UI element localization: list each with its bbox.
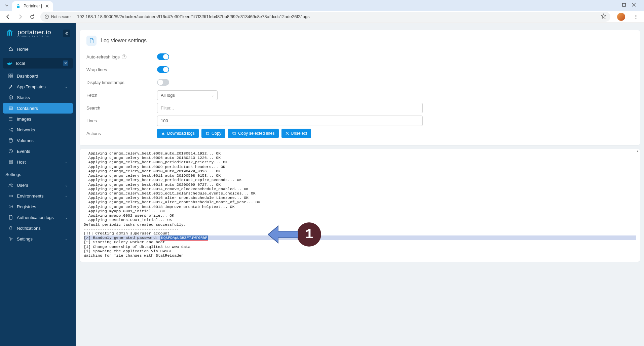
nav-label: Home xyxy=(17,47,29,52)
window-controls: — xyxy=(612,3,643,8)
svg-point-19 xyxy=(12,131,13,132)
log-line[interactable]: Applying sessions.0001_initial... OK xyxy=(84,218,636,222)
browser-tab[interactable]: Portainer | xyxy=(12,1,53,11)
security-label: Not secure xyxy=(51,14,71,19)
hard-drive-icon xyxy=(8,193,13,199)
svg-rect-22 xyxy=(9,160,12,162)
collapse-sidebar-icon[interactable] xyxy=(63,30,70,37)
log-line[interactable]: Applying django_celery_beat.0006_auto_20… xyxy=(84,156,636,160)
env-close-icon[interactable] xyxy=(63,60,68,66)
back-icon[interactable] xyxy=(4,13,12,21)
log-line[interactable]: Applying myapp.0002_userprofile... OK xyxy=(84,213,636,218)
nav-events[interactable]: Events xyxy=(3,146,73,157)
panel-header: Log viewer settings xyxy=(86,36,633,46)
download-logs-button[interactable]: Download logs xyxy=(157,129,199,138)
scroll-up-icon[interactable]: ▲ xyxy=(636,149,639,154)
close-window-icon[interactable] xyxy=(632,3,636,8)
menu-dots-icon[interactable] xyxy=(632,13,640,21)
server-icon xyxy=(8,159,13,165)
unselect-button[interactable]: Unselect xyxy=(281,129,311,138)
log-line[interactable]: Applying django_celery_beat.0014_remove_… xyxy=(84,187,636,191)
arrow-icon xyxy=(268,224,298,245)
portainer-logo-icon xyxy=(5,29,14,38)
nav-app-templates[interactable]: App Templates ⌄ xyxy=(3,81,73,92)
log-line[interactable]: [~] Starting Celery worker and beat xyxy=(84,240,636,244)
nav-volumes[interactable]: Volumes xyxy=(3,135,73,146)
chevron-down-icon: ⌄ xyxy=(65,237,68,241)
log-line[interactable]: Applying myapp.0001_initial... OK xyxy=(84,209,636,213)
annotation-number: 1 xyxy=(297,222,321,247)
log-line[interactable]: ----------------------------------------… xyxy=(84,227,636,231)
log-output-panel[interactable]: ▲ Applying django_celery_beat.0008_auto_… xyxy=(80,149,640,262)
containers-icon xyxy=(8,105,13,111)
svg-point-28 xyxy=(10,206,11,207)
search-input[interactable]: Filter... xyxy=(157,103,423,113)
log-line-highlighted[interactable]: [>] Randomly generated password: KQkFDAp… xyxy=(84,235,636,240)
copy-selected-button[interactable]: Copy selected lines xyxy=(228,129,278,138)
close-icon[interactable] xyxy=(45,4,49,8)
nav-networks[interactable]: Networks xyxy=(3,124,73,135)
auto-refresh-label: Auto-refresh logs xyxy=(86,54,120,59)
copy-button[interactable]: Copy xyxy=(201,129,225,138)
log-line[interactable]: Applying django_celery_beat.0017_alter_c… xyxy=(84,200,636,204)
log-password-prefix: [>] Randomly generated password: xyxy=(84,235,160,240)
log-line[interactable]: Applying django_celery_beat.0012_periodi… xyxy=(84,178,636,182)
wrap-lines-toggle[interactable] xyxy=(157,66,169,73)
nav-users[interactable]: Users ⌄ xyxy=(3,180,73,190)
file-icon xyxy=(86,36,97,46)
log-line[interactable]: [i] Change ownership of db.sqlite3 to ww… xyxy=(84,245,636,249)
log-line[interactable]: Applying django_celery_beat.0011_auto_20… xyxy=(84,173,636,178)
nav-stacks[interactable]: Stacks xyxy=(3,92,73,103)
log-line[interactable]: Applying django_celery_beat.0015_edit_so… xyxy=(84,191,636,196)
log-line[interactable]: Applying django_celery_beat.0008_auto_20… xyxy=(84,151,636,156)
log-line[interactable]: Applying django_celery_beat.0018_improve… xyxy=(84,205,636,209)
log-line[interactable]: Default periodic tasks created successfu… xyxy=(84,222,636,227)
url-bar[interactable]: Not secure 192.168.1.18:9000/#!/2/docker… xyxy=(40,12,610,22)
search-label: Search xyxy=(86,105,100,111)
nav-auth-logs[interactable]: Authentication logs ⌄ xyxy=(3,212,73,223)
chevron-down-icon[interactable] xyxy=(3,2,10,9)
minimize-icon[interactable]: — xyxy=(612,3,616,8)
nav-notifications[interactable]: Notifications xyxy=(3,223,73,233)
share-icon xyxy=(8,127,13,132)
auto-refresh-toggle[interactable] xyxy=(157,53,169,60)
log-line[interactable]: [!!] Creating admin superuser account xyxy=(84,231,636,235)
browser-tab-strip: Portainer | — xyxy=(0,0,644,11)
bookmark-star-icon[interactable] xyxy=(601,13,606,20)
nav-host[interactable]: Host ⌄ xyxy=(3,157,73,167)
nav-label: Containers xyxy=(17,106,38,111)
help-icon[interactable]: ? xyxy=(122,54,126,59)
nav-registries[interactable]: Registries xyxy=(3,201,73,212)
nav-settings[interactable]: Settings ⌄ xyxy=(3,233,73,244)
log-line[interactable]: Applying django_celery_beat.0013_auto_20… xyxy=(84,182,636,187)
svg-rect-5 xyxy=(7,32,8,36)
chevron-down-icon: ⌄ xyxy=(65,160,68,164)
svg-rect-7 xyxy=(11,32,12,36)
env-selector[interactable]: local xyxy=(3,58,73,69)
button-label: Copy selected lines xyxy=(238,131,274,136)
log-line[interactable]: Applying django_celery_beat.0016_alter_c… xyxy=(84,196,636,200)
lines-input[interactable]: 100 xyxy=(157,116,423,126)
maximize-icon[interactable] xyxy=(622,3,626,8)
security-badge[interactable]: Not secure xyxy=(44,14,74,19)
nav-dashboard[interactable]: Dashboard xyxy=(3,71,73,81)
timestamps-toggle[interactable] xyxy=(157,79,169,86)
log-line[interactable]: Applying django_celery_beat.0010_auto_20… xyxy=(84,169,636,173)
reload-icon[interactable] xyxy=(28,13,36,21)
nav-home[interactable]: Home xyxy=(3,44,73,54)
forward-icon[interactable] xyxy=(16,13,24,21)
svg-point-27 xyxy=(11,196,12,197)
log-line[interactable]: Watching for file changes with StatReloa… xyxy=(84,253,636,258)
log-line[interactable]: Applying django_celery_beat.0006_periodi… xyxy=(84,160,636,164)
nav-containers[interactable]: Containers xyxy=(3,103,73,114)
log-line[interactable]: Applying django_celery_beat.0009_periodi… xyxy=(84,165,636,169)
logo-edition: COMMUNITY EDITION xyxy=(17,35,51,38)
nav-images[interactable]: Images xyxy=(3,114,73,124)
log-line[interactable]: [i] Spawning the application via UWSGI xyxy=(84,249,636,253)
chevron-down-icon: ⌄ xyxy=(211,93,214,97)
fetch-select[interactable]: All logs ⌄ xyxy=(157,90,218,100)
nav-environments[interactable]: Environments ⌄ xyxy=(3,190,73,201)
sidebar: portainer.io COMMUNITY EDITION Home loca… xyxy=(0,23,76,346)
profile-avatar[interactable] xyxy=(617,13,625,21)
dashboard-icon xyxy=(8,73,13,79)
